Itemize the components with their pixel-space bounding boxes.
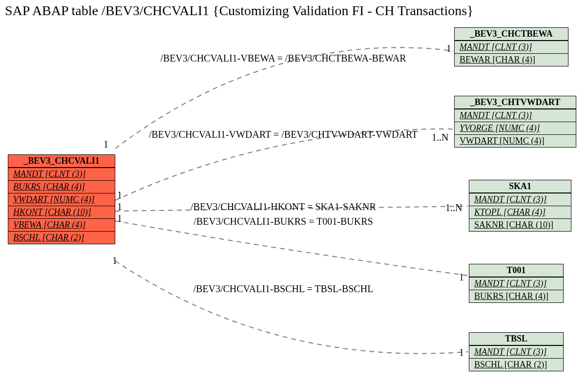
field: MANDT [CLNT (3)] [469,277,563,290]
field: MANDT [CLNT (3)] [469,193,571,206]
edge-label: /BEV3/CHCVALI1-BUKRS = T001-BUKRS [181,216,386,227]
entity-tbsl: TBSL MANDT [CLNT (3)] BSCHL [CHAR (2)] [469,332,564,371]
field: HKONT [CHAR (10)] [8,206,115,218]
field: MANDT [CLNT (3)] [8,168,115,180]
entity-title: _BEV3_CHTVWDART [455,96,576,109]
cardinality: 1 [446,43,451,54]
field: BSCHL [CHAR (2)] [469,358,563,371]
edge-label: /BEV3/CHCVALI1-VBEWA = /BEV3/CHCTBEWA-BE… [147,53,420,64]
entity-title: _BEV3_CHCVALI1 [8,155,115,168]
field: BUKRS [CHAR (4)] [8,180,115,193]
entity-title: _BEV3_CHCTBEWA [455,28,568,41]
cardinality: 1..N [432,132,448,143]
entity-title: T001 [469,264,563,277]
field: MANDT [CLNT (3)] [455,109,576,122]
edge-label: /BEV3/CHCVALI1-VWDART = /BEV3/CHTVWDART-… [137,129,430,140]
entity-title: SKA1 [469,180,571,193]
cardinality: 1 [112,255,117,266]
field: BUKRS [CHAR (4)] [469,290,563,302]
field: SAKNR [CHAR (10)] [469,218,571,231]
field: KTOPL [CHAR (4)] [469,206,571,218]
field: BEWAR [CHAR (4)] [455,53,568,66]
entity-title: TBSL [469,333,563,345]
field: MANDT [CLNT (3)] [455,41,568,53]
field: BSCHL [CHAR (2)] [8,231,115,244]
edge-label: /BEV3/CHCVALI1-HKONT = SKA1-SAKNR [181,201,386,213]
cardinality: 1 [117,201,122,213]
field: YVORGE [NUMC (4)] [455,122,576,134]
entity-bev3-chcvali1: _BEV3_CHCVALI1 MANDT [CLNT (3)] BUKRS [C… [8,154,115,244]
entity-ska1: SKA1 MANDT [CLNT (3)] KTOPL [CHAR (4)] S… [469,180,571,232]
cardinality: 1 [117,213,122,224]
entity-t001: T001 MANDT [CLNT (3)] BUKRS [CHAR (4)] [469,264,564,303]
cardinality: 1 [459,272,464,283]
field: VBEWA [CHAR (4)] [8,218,115,231]
entity-bev3-chtvwdart: _BEV3_CHTVWDART MANDT [CLNT (3)] YVORGE … [454,96,576,148]
entity-bev3-chctbewa: _BEV3_CHCTBEWA MANDT [CLNT (3)] BEWAR [C… [454,27,568,66]
cardinality: 1 [104,139,108,150]
cardinality: 1 [459,347,464,358]
field: VWDART [NUMC (4)] [8,193,115,206]
field: MANDT [CLNT (3)] [469,345,563,358]
cardinality: 1..N [445,202,462,214]
field: VWDART [NUMC (4)] [455,134,576,147]
edge-label: /BEV3/CHCVALI1-BSCHL = TBSL-BSCHL [181,283,386,295]
cardinality: 1 [117,190,122,201]
